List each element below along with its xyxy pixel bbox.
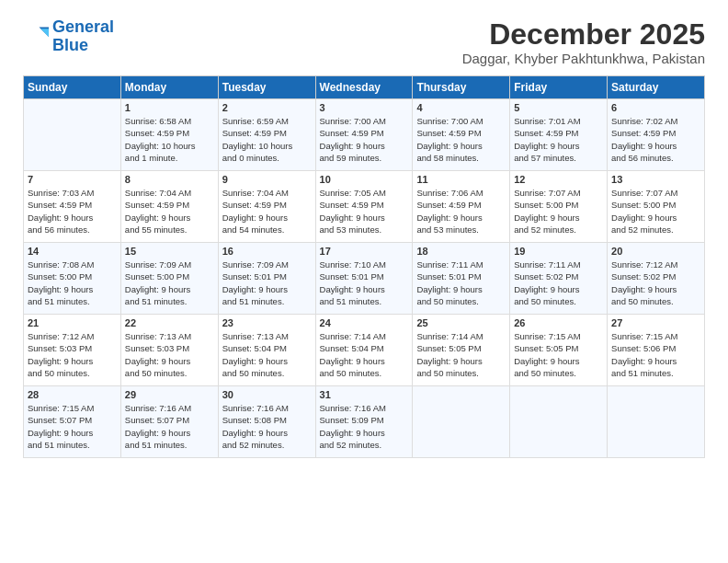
day-info: Sunrise: 7:13 AM Sunset: 5:04 PM Dayligh… <box>222 330 312 379</box>
day-number: 19 <box>514 246 603 257</box>
day-info: Sunrise: 7:12 AM Sunset: 5:02 PM Dayligh… <box>611 259 700 307</box>
day-number: 17 <box>320 246 409 257</box>
table-row: 17Sunrise: 7:10 AM Sunset: 5:01 PM Dayli… <box>315 243 413 315</box>
day-info: Sunrise: 6:58 AM Sunset: 4:59 PM Dayligh… <box>125 115 214 164</box>
day-info: Sunrise: 7:11 AM Sunset: 5:02 PM Dayligh… <box>514 259 603 307</box>
day-number: 6 <box>611 102 700 113</box>
table-row: 20Sunrise: 7:12 AM Sunset: 5:02 PM Dayli… <box>608 243 705 315</box>
day-info: Sunrise: 7:15 AM Sunset: 5:05 PM Dayligh… <box>514 330 603 379</box>
calendar-week-row: 1Sunrise: 6:58 AM Sunset: 4:59 PM Daylig… <box>24 99 705 171</box>
day-number: 20 <box>611 246 700 257</box>
table-row: 29Sunrise: 7:16 AM Sunset: 5:07 PM Dayli… <box>120 386 218 458</box>
logo-icon <box>23 24 49 50</box>
day-number: 4 <box>416 102 506 113</box>
calendar-header-row: Sunday Monday Tuesday Wednesday Thursday… <box>24 76 705 99</box>
logo-line1: General <box>52 17 114 36</box>
table-row: 30Sunrise: 7:16 AM Sunset: 5:08 PM Dayli… <box>218 386 315 458</box>
day-number: 25 <box>416 317 506 328</box>
table-row <box>608 386 705 458</box>
day-info: Sunrise: 7:04 AM Sunset: 4:59 PM Dayligh… <box>222 187 312 236</box>
day-info: Sunrise: 7:00 AM Sunset: 4:59 PM Dayligh… <box>320 115 409 164</box>
table-row: 10Sunrise: 7:05 AM Sunset: 4:59 PM Dayli… <box>315 171 413 243</box>
day-info: Sunrise: 7:06 AM Sunset: 4:59 PM Dayligh… <box>416 187 506 236</box>
day-info: Sunrise: 7:09 AM Sunset: 5:00 PM Dayligh… <box>125 259 214 307</box>
table-row: 21Sunrise: 7:12 AM Sunset: 5:03 PM Dayli… <box>24 315 121 386</box>
day-number: 12 <box>514 174 603 185</box>
day-number: 1 <box>125 102 214 113</box>
table-row: 9Sunrise: 7:04 AM Sunset: 4:59 PM Daylig… <box>218 171 315 243</box>
day-number: 5 <box>514 102 603 113</box>
table-row <box>24 99 121 171</box>
title-area: December 2025 Daggar, Khyber Pakhtunkhwa… <box>462 18 705 66</box>
day-number: 31 <box>320 389 409 400</box>
table-row: 26Sunrise: 7:15 AM Sunset: 5:05 PM Dayli… <box>510 315 608 386</box>
table-row: 11Sunrise: 7:06 AM Sunset: 4:59 PM Dayli… <box>413 171 510 243</box>
day-number: 21 <box>28 317 117 328</box>
header-sunday: Sunday <box>24 76 121 99</box>
day-number: 29 <box>125 389 214 400</box>
table-row: 12Sunrise: 7:07 AM Sunset: 5:00 PM Dayli… <box>510 171 608 243</box>
day-info: Sunrise: 7:15 AM Sunset: 5:06 PM Dayligh… <box>611 330 700 379</box>
table-row: 4Sunrise: 7:00 AM Sunset: 4:59 PM Daylig… <box>413 99 510 171</box>
day-info: Sunrise: 7:14 AM Sunset: 5:04 PM Dayligh… <box>320 330 409 379</box>
logo-text: General Blue <box>52 18 114 55</box>
day-info: Sunrise: 7:10 AM Sunset: 5:01 PM Dayligh… <box>320 259 409 307</box>
day-number: 18 <box>416 246 506 257</box>
calendar-week-row: 21Sunrise: 7:12 AM Sunset: 5:03 PM Dayli… <box>24 315 705 386</box>
header-wednesday: Wednesday <box>315 76 413 99</box>
table-row: 6Sunrise: 7:02 AM Sunset: 4:59 PM Daylig… <box>608 99 705 171</box>
calendar-page: General Blue December 2025 Daggar, Khybe… <box>0 0 728 563</box>
table-row: 31Sunrise: 7:16 AM Sunset: 5:09 PM Dayli… <box>315 386 413 458</box>
table-row: 27Sunrise: 7:15 AM Sunset: 5:06 PM Dayli… <box>608 315 705 386</box>
day-number: 27 <box>611 317 700 328</box>
day-number: 26 <box>514 317 603 328</box>
day-number: 22 <box>125 317 214 328</box>
logo-line2: Blue <box>52 36 88 54</box>
table-row: 1Sunrise: 6:58 AM Sunset: 4:59 PM Daylig… <box>120 99 218 171</box>
day-info: Sunrise: 7:07 AM Sunset: 5:00 PM Dayligh… <box>611 187 700 236</box>
day-number: 2 <box>222 102 312 113</box>
table-row: 22Sunrise: 7:13 AM Sunset: 5:03 PM Dayli… <box>120 315 218 386</box>
table-row: 2Sunrise: 6:59 AM Sunset: 4:59 PM Daylig… <box>218 99 315 171</box>
table-row: 13Sunrise: 7:07 AM Sunset: 5:00 PM Dayli… <box>608 171 705 243</box>
day-info: Sunrise: 7:14 AM Sunset: 5:05 PM Dayligh… <box>416 330 506 379</box>
day-number: 3 <box>320 102 409 113</box>
day-info: Sunrise: 7:12 AM Sunset: 5:03 PM Dayligh… <box>28 330 117 379</box>
day-number: 24 <box>320 317 409 328</box>
table-row: 15Sunrise: 7:09 AM Sunset: 5:00 PM Dayli… <box>120 243 218 315</box>
day-info: Sunrise: 7:13 AM Sunset: 5:03 PM Dayligh… <box>125 330 214 379</box>
logo: General Blue <box>23 18 114 55</box>
table-row: 5Sunrise: 7:01 AM Sunset: 4:59 PM Daylig… <box>510 99 608 171</box>
table-row: 14Sunrise: 7:08 AM Sunset: 5:00 PM Dayli… <box>24 243 121 315</box>
day-info: Sunrise: 7:16 AM Sunset: 5:09 PM Dayligh… <box>320 402 409 451</box>
day-info: Sunrise: 7:00 AM Sunset: 4:59 PM Dayligh… <box>416 115 506 164</box>
header-friday: Friday <box>510 76 608 99</box>
table-row: 8Sunrise: 7:04 AM Sunset: 4:59 PM Daylig… <box>120 171 218 243</box>
day-number: 10 <box>320 174 409 185</box>
calendar-week-row: 14Sunrise: 7:08 AM Sunset: 5:00 PM Dayli… <box>24 243 705 315</box>
day-number: 30 <box>222 389 312 400</box>
header-monday: Monday <box>120 76 218 99</box>
day-info: Sunrise: 7:15 AM Sunset: 5:07 PM Dayligh… <box>28 402 117 451</box>
table-row: 28Sunrise: 7:15 AM Sunset: 5:07 PM Dayli… <box>24 386 121 458</box>
header: General Blue December 2025 Daggar, Khybe… <box>23 18 705 66</box>
day-number: 8 <box>125 174 214 185</box>
table-row <box>510 386 608 458</box>
day-info: Sunrise: 7:09 AM Sunset: 5:01 PM Dayligh… <box>222 259 312 307</box>
day-info: Sunrise: 7:16 AM Sunset: 5:08 PM Dayligh… <box>222 402 312 451</box>
day-number: 9 <box>222 174 312 185</box>
header-saturday: Saturday <box>608 76 705 99</box>
day-number: 11 <box>416 174 506 185</box>
day-info: Sunrise: 7:01 AM Sunset: 4:59 PM Dayligh… <box>514 115 603 164</box>
month-title: December 2025 <box>462 18 705 51</box>
day-number: 23 <box>222 317 312 328</box>
day-number: 16 <box>222 246 312 257</box>
table-row <box>413 386 510 458</box>
header-tuesday: Tuesday <box>218 76 315 99</box>
day-info: Sunrise: 7:03 AM Sunset: 4:59 PM Dayligh… <box>28 187 117 236</box>
day-info: Sunrise: 7:02 AM Sunset: 4:59 PM Dayligh… <box>611 115 700 164</box>
day-info: Sunrise: 7:05 AM Sunset: 4:59 PM Dayligh… <box>320 187 409 236</box>
day-info: Sunrise: 7:07 AM Sunset: 5:00 PM Dayligh… <box>514 187 603 236</box>
table-row: 7Sunrise: 7:03 AM Sunset: 4:59 PM Daylig… <box>24 171 121 243</box>
table-row: 25Sunrise: 7:14 AM Sunset: 5:05 PM Dayli… <box>413 315 510 386</box>
